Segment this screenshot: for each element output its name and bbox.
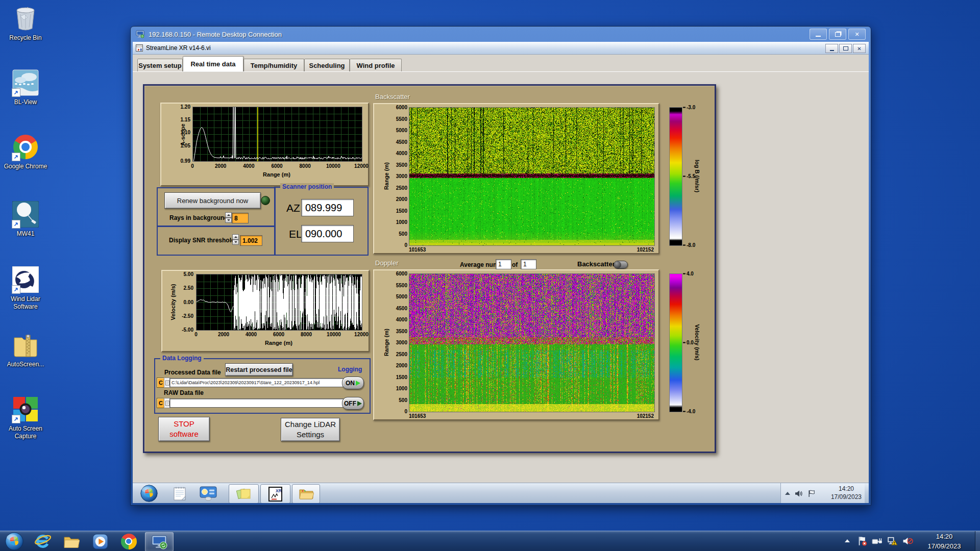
ascope-trace-canvas — [193, 107, 362, 161]
desktop-icon-google-chrome[interactable]: Google Chrome — [2, 133, 49, 170]
host-power-plug-icon[interactable] — [872, 537, 882, 546]
rays-spinner[interactable] — [225, 212, 232, 223]
app-title-bar[interactable]: StreamLine XR v14-6.vi ✕ — [133, 42, 869, 55]
auto-screen-capture-icon — [12, 395, 39, 423]
velocity-x-axis-label: Range (m) — [265, 340, 292, 346]
host-volume-muted-icon[interactable] — [902, 536, 913, 546]
desktop-icon-recycle-bin[interactable]: Recycle Bin — [2, 4, 49, 42]
raw-data-file-label: RAW Data file — [164, 389, 204, 396]
host-clock[interactable]: 14:20 17/09/2023 — [916, 530, 973, 551]
rdp-title-bar[interactable]: 192.168.0.150 - Remote Desktop Connectio… — [131, 27, 871, 42]
doppler-x-labels: 101653 102152 — [409, 413, 654, 419]
remote-clock[interactable]: 14:20 17/09/2023 — [831, 485, 862, 501]
shortcut-arrow-icon — [12, 285, 20, 294]
of-label: of — [512, 261, 518, 268]
remote-volume-icon[interactable] — [794, 490, 803, 497]
host-taskbar-explorer[interactable] — [60, 532, 83, 550]
host-taskbar-chrome[interactable] — [117, 532, 140, 550]
processed-logging-on-button[interactable]: ON — [342, 377, 364, 389]
app-restore-button[interactable] — [839, 44, 852, 53]
average-total-field[interactable]: 1 — [521, 259, 536, 269]
host-clock-date: 17/09/2023 — [916, 542, 973, 551]
remote-clock-date: 17/09/2023 — [831, 493, 862, 502]
app-close-button[interactable]: ✕ — [853, 44, 866, 53]
ascope-x-ticks: 020004000600080001000012000 — [192, 163, 361, 169]
tab-temp-humidity[interactable]: Temp/humidity — [243, 59, 304, 71]
app-title: StreamLine XR v14-6.vi — [146, 44, 211, 52]
media-player-icon — [92, 534, 108, 549]
host-taskbar-media-player[interactable] — [89, 532, 111, 550]
backscatter-colorbar-ticks: -3.0-5.5-8.0 — [683, 107, 703, 245]
host-start-button[interactable] — [4, 532, 24, 550]
desktop-icon-label: Auto Screen Capture — [2, 425, 49, 440]
scanner-position-title: Scanner position — [280, 183, 334, 190]
raw-logging-off-button[interactable]: OFF — [342, 397, 364, 410]
backscatter-x-labels: 101653 102152 — [409, 247, 654, 253]
restart-processed-file-button[interactable]: Restart processed file — [225, 363, 293, 376]
backscatter-y-ticks: 6000550050004500400035003000250020001500… — [388, 107, 407, 245]
backscatter-heatmap-canvas — [409, 108, 654, 245]
host-taskbar-rdp-active[interactable] — [145, 532, 174, 551]
renew-background-button[interactable]: Renew background now — [164, 192, 261, 209]
show-desktop-button[interactable] — [975, 531, 980, 551]
az-value-field[interactable]: 089.999 — [301, 199, 354, 216]
stop-software-button[interactable]: STOP software — [158, 417, 210, 441]
control-panel-icon — [200, 486, 217, 501]
desktop-icon-auto-screen-capture[interactable]: Auto Screen Capture — [2, 395, 49, 440]
remote-taskbar-sticky-notes[interactable] — [229, 484, 259, 503]
doppler-x-start: 101653 — [409, 413, 426, 419]
snr-value-field[interactable]: 1.002 — [240, 235, 262, 246]
snr-spinner[interactable] — [232, 234, 239, 245]
change-lidar-settings-button[interactable]: Change LiDAR Settings — [281, 418, 340, 441]
processed-data-file-path[interactable]: C:\Lidar\Data\Proc\2023\202309\20230917\… — [169, 378, 344, 387]
tab-real-time-data[interactable]: Real time data — [183, 56, 243, 71]
svg-text:XR: XR — [276, 488, 282, 493]
notepad-icon — [173, 486, 186, 501]
remote-taskbar-explorer[interactable] — [292, 484, 320, 503]
host-action-center-flag-icon[interactable] — [857, 536, 867, 546]
bl-view-icon — [12, 68, 39, 97]
host-network-warning-icon[interactable] — [887, 536, 897, 546]
chrome-icon — [12, 133, 39, 161]
remote-taskbar-streamline-xr[interactable]: XR — [260, 484, 290, 503]
desktop-icon-wind-lidar[interactable]: Wind Lidar Software — [2, 265, 49, 311]
internet-explorer-icon — [34, 533, 52, 549]
desktop-icon-mw41[interactable]: MW41 — [2, 200, 49, 238]
tab-system-setup[interactable]: System setup — [137, 59, 183, 71]
doppler-colorbar — [669, 273, 682, 412]
app-minimize-button[interactable] — [825, 44, 838, 53]
desktop-icon-autoscreen[interactable]: AutoScreen... — [2, 331, 49, 368]
restart-processed-file-label: Restart processed file — [226, 366, 292, 373]
ascope-y-ticks: 1.201.151.101.050.99 — [160, 107, 190, 161]
rays-value-field[interactable]: 8 — [232, 213, 249, 223]
desktop-icon-bl-view[interactable]: BL-View — [2, 68, 49, 106]
renew-status-led — [261, 196, 270, 205]
remote-tray-expand-icon[interactable] — [785, 492, 790, 495]
remote-taskbar-control-panel[interactable] — [197, 484, 219, 503]
tab-wind-profile[interactable]: Wind profile — [350, 59, 402, 71]
remote-taskbar-notepad[interactable] — [168, 484, 191, 503]
host-tray-expand-icon[interactable] — [845, 539, 850, 542]
restore-button[interactable] — [829, 29, 846, 40]
snr-threshold-label: Display SNR threshold — [169, 237, 235, 244]
minimize-button[interactable] — [810, 29, 827, 40]
start-orb-icon — [5, 532, 24, 551]
rdp-window-icon — [136, 30, 145, 38]
raw-data-file-path[interactable] — [169, 398, 344, 408]
host-clock-time: 14:20 — [916, 532, 973, 542]
remote-clock-time: 14:20 — [831, 485, 862, 493]
remote-start-button[interactable] — [139, 484, 159, 503]
backscatter-toggle-label: Backscatter — [577, 260, 615, 268]
shortcut-arrow-icon — [12, 220, 20, 229]
streamline-app-window: StreamLine XR v14-6.vi ✕ System setup Re… — [133, 42, 869, 483]
doppler-colorbar-ticks: 4.00.0-4.0 — [683, 273, 703, 411]
backscatter-toggle-switch[interactable] — [614, 261, 628, 269]
average-number-field[interactable]: 1 — [496, 259, 511, 269]
remote-action-center-flag-icon[interactable] — [807, 489, 816, 497]
host-taskbar-internet-explorer[interactable] — [32, 532, 54, 550]
close-button[interactable]: ✕ — [848, 29, 866, 40]
remote-system-tray: 14:20 17/09/2023 — [780, 483, 865, 503]
el-value-field[interactable]: 090.000 — [301, 225, 354, 242]
tab-scheduling[interactable]: Scheduling — [304, 59, 350, 71]
velocity-y-ticks: 5.002.500.00-2.50-5.00 — [175, 274, 193, 330]
